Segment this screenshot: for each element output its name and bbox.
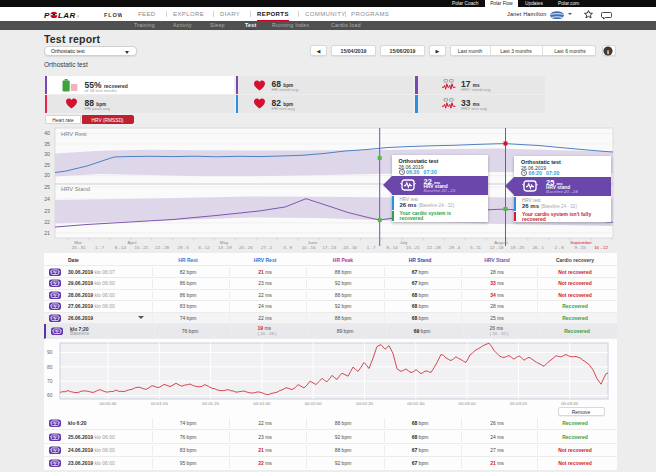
svg-text:P: P [44, 11, 50, 19]
svg-text:29 - 4: 29 - 4 [449, 245, 461, 250]
svg-text:22: 22 [44, 219, 50, 225]
svg-text:60: 60 [47, 392, 53, 398]
svg-text:2 - 8: 2 - 8 [555, 245, 564, 250]
svg-text:40: 40 [44, 130, 50, 136]
svg-text:13 - 19: 13 - 19 [218, 245, 232, 250]
svg-text:00:02:40: 00:02:40 [407, 401, 425, 406]
svg-text:Mar: Mar [74, 240, 82, 245]
svg-text:22 - 28: 22 - 28 [427, 245, 441, 250]
svg-text:9 - 15: 9 - 15 [574, 245, 586, 250]
svg-text:21: 21 [44, 230, 50, 236]
svg-text:19 - 25: 19 - 25 [511, 245, 525, 250]
svg-text:15 - 21: 15 - 21 [134, 245, 148, 250]
svg-text:25: 25 [44, 184, 50, 190]
svg-text:September: September [570, 240, 592, 245]
svg-text:30: 30 [44, 151, 50, 157]
svg-text:®: ® [77, 15, 80, 19]
svg-text:6 - 12: 6 - 12 [198, 245, 210, 250]
svg-text:00:00:40: 00:00:40 [99, 401, 117, 406]
svg-text:00:03:00: 00:03:00 [459, 401, 477, 406]
svg-text:25 - 31: 25 - 31 [72, 245, 86, 250]
svg-text:10 - 16: 10 - 16 [302, 245, 316, 250]
svg-text:HRV Stand: HRV Stand [61, 186, 90, 192]
svg-text:17 - 23: 17 - 23 [323, 245, 337, 250]
svg-text:12 - 18: 12 - 18 [490, 245, 504, 250]
svg-text:00:01:20: 00:01:20 [202, 401, 220, 406]
svg-text:26 - 1: 26 - 1 [533, 245, 545, 250]
svg-text:20: 20 [44, 172, 50, 178]
svg-text:00:03:20: 00:03:20 [510, 401, 528, 406]
svg-text:April: April [128, 240, 137, 245]
svg-text:1 - 7: 1 - 7 [95, 245, 104, 250]
svg-text:00:03:40: 00:03:40 [561, 401, 579, 406]
svg-text:1 - 7: 1 - 7 [367, 245, 376, 250]
svg-text:25: 25 [44, 162, 50, 168]
svg-text:00:02:00: 00:02:00 [305, 401, 323, 406]
svg-text:August: August [494, 240, 508, 245]
svg-text:35: 35 [44, 141, 50, 147]
svg-text:15 - 21: 15 - 21 [406, 245, 420, 250]
svg-text:HRV Rest: HRV Rest [61, 131, 87, 137]
svg-text:20 - 26: 20 - 26 [239, 245, 253, 250]
svg-text:16 - 22: 16 - 22 [594, 245, 608, 250]
svg-text:27 - 2: 27 - 2 [261, 245, 273, 250]
svg-text:June: June [308, 240, 318, 245]
svg-text:i: i [607, 48, 609, 56]
svg-text:FLOW: FLOW [104, 12, 122, 18]
svg-text:90: 90 [47, 349, 53, 355]
svg-text:24 - 30: 24 - 30 [343, 245, 357, 250]
svg-text:70: 70 [47, 378, 53, 384]
svg-text:22 - 28: 22 - 28 [155, 245, 169, 250]
svg-text:00:01:00: 00:01:00 [151, 401, 169, 406]
svg-text:80: 80 [47, 364, 53, 370]
svg-text:3 - 9: 3 - 9 [283, 245, 292, 250]
svg-text:LAR: LAR [58, 11, 76, 19]
svg-text:July: July [400, 240, 409, 245]
svg-text:8 - 14: 8 - 14 [115, 245, 127, 250]
svg-text:8 - 14: 8 - 14 [386, 245, 398, 250]
svg-text:00:01:40: 00:01:40 [253, 401, 271, 406]
svg-text:29 - 5: 29 - 5 [177, 245, 189, 250]
svg-text:00:02:20: 00:02:20 [356, 401, 374, 406]
svg-text:23: 23 [44, 208, 50, 214]
svg-text:5 - 11: 5 - 11 [470, 245, 481, 250]
svg-text:May: May [220, 240, 229, 245]
svg-text:24: 24 [44, 196, 50, 202]
